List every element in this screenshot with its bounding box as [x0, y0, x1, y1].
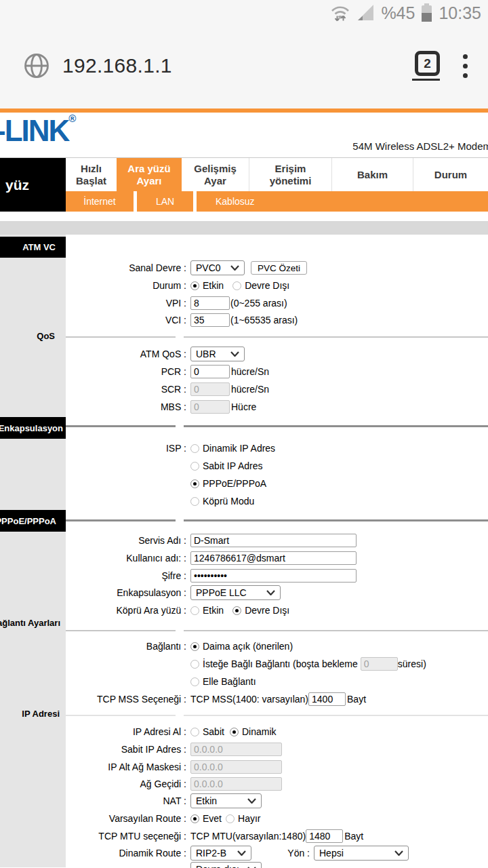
vci-label: VCI : — [66, 315, 190, 326]
selected-value: PPPoE LLC — [196, 587, 247, 598]
scr-row: SCR : hücre/Sn — [66, 380, 488, 398]
durum-etkin-radio[interactable] — [190, 281, 199, 290]
address-bar[interactable]: 192.168.1.1 — [62, 54, 415, 77]
subtab-internet[interactable]: İnternet — [66, 191, 134, 212]
sifre-label: Şifre : — [66, 570, 190, 581]
tab-durum[interactable]: Durum — [413, 158, 488, 191]
kullanici-adi-input[interactable] — [190, 551, 357, 565]
pcr-row: PCR : hücre/Sn — [66, 363, 488, 380]
tabs-button[interactable]: 2 — [415, 51, 440, 81]
vci-input[interactable] — [190, 313, 230, 327]
tcp-mss-input[interactable] — [308, 692, 346, 706]
vpi-hint: (0~255 arası) — [230, 298, 287, 309]
vpi-label: VPI : — [66, 298, 190, 309]
durum-devre-disi-radio[interactable] — [232, 281, 241, 290]
isp-sabit-radio[interactable] — [190, 462, 199, 471]
ip-dinamik-radio[interactable] — [230, 728, 239, 736]
vci-row: VCI : (1~65535 arası) — [66, 312, 488, 328]
clock: 10:35 — [439, 3, 481, 23]
nat-label: NAT : — [66, 795, 190, 806]
chevron-down-icon — [394, 850, 403, 856]
radio-label: Etkin — [203, 280, 224, 291]
vpi-input[interactable] — [190, 296, 230, 310]
servis-adi-label: Servis Adı : — [66, 535, 190, 546]
mbs-label: MBS : — [66, 401, 190, 412]
section-divider — [66, 708, 488, 723]
enkapsulasyon-select[interactable]: PPPoE LLC — [190, 585, 281, 600]
mbs-row: MBS : Hücre — [66, 398, 488, 415]
tcp-mtu-pre: TCP MTU(varsayılan:1480) — [190, 831, 306, 842]
route-evet-radio[interactable] — [190, 814, 199, 823]
main-navigation: yüz HızlıBaşlat Ara yüzüAyarı GelişmişAy… — [0, 158, 488, 212]
tcp-mtu-input[interactable] — [306, 829, 343, 843]
vci-hint: (1~65535 arası) — [230, 315, 298, 326]
servis-adi-row: Servis Adı : — [66, 531, 488, 549]
baglanti-elle-radio[interactable] — [190, 677, 199, 686]
browser-menu-button[interactable] — [460, 52, 470, 81]
dinamik-route-select[interactable]: RIP2-B — [190, 846, 251, 861]
nat-select[interactable]: Etkin — [190, 793, 262, 808]
yon-select[interactable]: Hepsi — [314, 846, 409, 861]
kopru-ara-yuzu-row: Köprü Ara yüzü : Etkin Devre Dışı — [66, 601, 488, 619]
tcp-mss-unit: Bayt — [347, 694, 366, 705]
ag-gecidi-input — [190, 777, 282, 791]
settings-form: Sanal Devre : PVC0 PVC Özeti Durum : Etk… — [66, 235, 488, 867]
site-header: -LINK® 54M Wireless ADSL2+ Modem — [0, 113, 488, 158]
baglanti-daima-radio[interactable] — [190, 642, 199, 651]
radio-label-suffix: süresi) — [398, 658, 426, 669]
nav-section-title: yüz — [0, 158, 66, 212]
sifre-input[interactable] — [190, 569, 357, 583]
bosta-bekleme-input — [361, 657, 398, 671]
radio-label: PPPoE/PPPoA — [203, 478, 266, 489]
tab-hizli-baslat[interactable]: HızlıBaşlat — [66, 158, 117, 191]
pcr-input[interactable] — [190, 365, 230, 378]
radio-label: Daima açık (önerilen) — [203, 641, 293, 652]
alt-ag-maskesi-row: IP Alt Ağ Maskesi : — [66, 758, 488, 775]
selected-value: PVC0 — [196, 262, 221, 273]
durum-row: Durum : Etkin Devre Dışı — [66, 277, 488, 294]
route-hayir-radio[interactable] — [226, 814, 235, 823]
globe-icon — [23, 52, 50, 79]
sidebar-item-enkapsulasyon: Enkapsulasyon — [0, 417, 66, 439]
ip-adresi-al-label: IP Adresi Al : — [66, 726, 190, 737]
sanal-devre-select[interactable]: PVC0 — [190, 260, 245, 275]
tab-erisim-yonetimi[interactable]: Erişimyönetimi — [249, 158, 332, 191]
tcp-mtu-unit: Bayt — [344, 831, 363, 842]
radio-label: Dinamik — [242, 726, 277, 737]
radio-label: İsteğe Bağlı Bağlantı (boşta bekleme — [203, 658, 358, 669]
sidebar-item-ip-adresi: IP Adresi — [0, 705, 66, 722]
tab-gelismis-ayar[interactable]: GelişmişAyar — [182, 158, 249, 191]
ip-sabit-radio[interactable] — [190, 728, 199, 736]
sabit-ip-label: Sabit IP Adres : — [66, 744, 190, 755]
subtab-lan[interactable]: LAN — [137, 191, 193, 212]
ag-gecidi-row: Ağ Geçidi : — [66, 775, 488, 792]
tab-ara-yuzu-ayari[interactable]: Ara yüzüAyarı — [117, 158, 182, 191]
selected-value: Hepsi — [319, 848, 344, 859]
atm-qos-select[interactable]: UBR — [190, 347, 245, 361]
content-top-band — [0, 221, 488, 235]
isp-kopru-radio[interactable] — [190, 497, 199, 506]
pcr-unit: hücre/Sn — [231, 366, 269, 377]
tab-bakim[interactable]: Bakım — [332, 158, 413, 191]
multicast-row-partial: Devre dışı — [66, 862, 488, 867]
battery-percent: %45 — [381, 3, 415, 23]
sabit-ip-input — [190, 743, 282, 756]
vpi-row: VPI : (0~255 arası) — [66, 294, 488, 312]
ip-adresi-al-row: IP Adresi Al : Sabit Dinamik — [66, 723, 488, 741]
kullanici-adi-row: Kullanıcı adı: : — [66, 549, 488, 567]
isp-pppoe-radio[interactable] — [190, 479, 199, 488]
multicast-select[interactable]: Devre dışı — [190, 862, 262, 868]
chevron-down-icon — [230, 351, 239, 357]
pvc-ozeti-button[interactable]: PVC Özeti — [251, 261, 307, 275]
radio-label: Köprü Modu — [203, 496, 254, 507]
servis-adi-input[interactable] — [190, 534, 357, 547]
nat-row: NAT : Etkin — [66, 792, 488, 810]
baglanti-istege-radio[interactable] — [190, 660, 199, 669]
tcp-mss-label: TCP MSS Seçeneği : — [66, 694, 190, 705]
isp-dinamik-radio[interactable] — [190, 444, 199, 453]
kopru-etkin-radio[interactable] — [190, 606, 199, 615]
section-divider — [66, 619, 488, 637]
subtab-kablosuz[interactable]: Kablosuz — [197, 191, 255, 212]
tcp-mtu-row: TCP MTU seçeneği : TCP MTU(varsayılan:14… — [66, 827, 488, 844]
kopru-devre-disi-radio[interactable] — [232, 606, 241, 615]
